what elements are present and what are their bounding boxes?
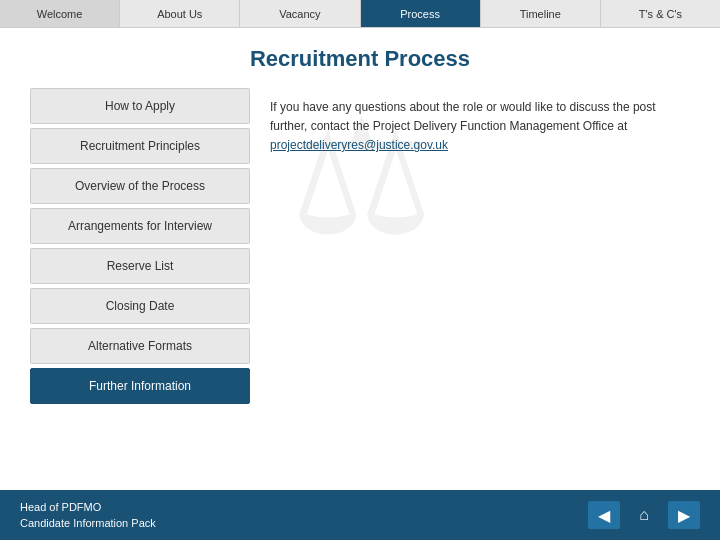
sidebar-item-arrangements-interview[interactable]: Arrangements for Interview [30, 208, 250, 244]
nav-item-vacancy[interactable]: Vacancy [240, 0, 360, 27]
footer: Head of PDFMO Candidate Information Pack… [0, 490, 720, 540]
content-text: If you have any questions about the role… [270, 98, 690, 156]
sidebar-item-reserve-list[interactable]: Reserve List [30, 248, 250, 284]
home-button[interactable]: ⌂ [628, 501, 660, 529]
main-content: Recruitment Process How to ApplyRecruitm… [0, 28, 720, 490]
nav-item-welcome[interactable]: Welcome [0, 0, 120, 27]
sidebar-item-alternative-formats[interactable]: Alternative Formats [30, 328, 250, 364]
contact-email-link[interactable]: projectdeliveryres@justice.gov.uk [270, 138, 448, 152]
next-button[interactable]: ▶ [668, 501, 700, 529]
footer-navigation: ◀ ⌂ ▶ [588, 501, 700, 529]
body-layout: How to ApplyRecruitment PrinciplesOvervi… [30, 88, 690, 490]
nav-item-ts-cs[interactable]: T's & C's [601, 0, 720, 27]
nav-item-process[interactable]: Process [361, 0, 481, 27]
content-paragraph: If you have any questions about the role… [270, 100, 656, 133]
page-title: Recruitment Process [30, 46, 690, 72]
sidebar-item-closing-date[interactable]: Closing Date [30, 288, 250, 324]
top-navigation: WelcomeAbout UsVacancyProcessTimelineT's… [0, 0, 720, 28]
sidebar-item-recruitment-principles[interactable]: Recruitment Principles [30, 128, 250, 164]
sidebar-item-further-information[interactable]: Further Information [30, 368, 250, 404]
content-area: ⚖ If you have any questions about the ro… [270, 88, 690, 490]
sidebar-item-how-to-apply[interactable]: How to Apply [30, 88, 250, 124]
footer-line2: Candidate Information Pack [20, 515, 156, 532]
footer-line1: Head of PDFMO [20, 499, 156, 516]
sidebar-item-overview-process[interactable]: Overview of the Process [30, 168, 250, 204]
nav-item-about-us[interactable]: About Us [120, 0, 240, 27]
footer-text: Head of PDFMO Candidate Information Pack [20, 499, 156, 532]
prev-button[interactable]: ◀ [588, 501, 620, 529]
nav-item-timeline[interactable]: Timeline [481, 0, 601, 27]
sidebar: How to ApplyRecruitment PrinciplesOvervi… [30, 88, 250, 490]
